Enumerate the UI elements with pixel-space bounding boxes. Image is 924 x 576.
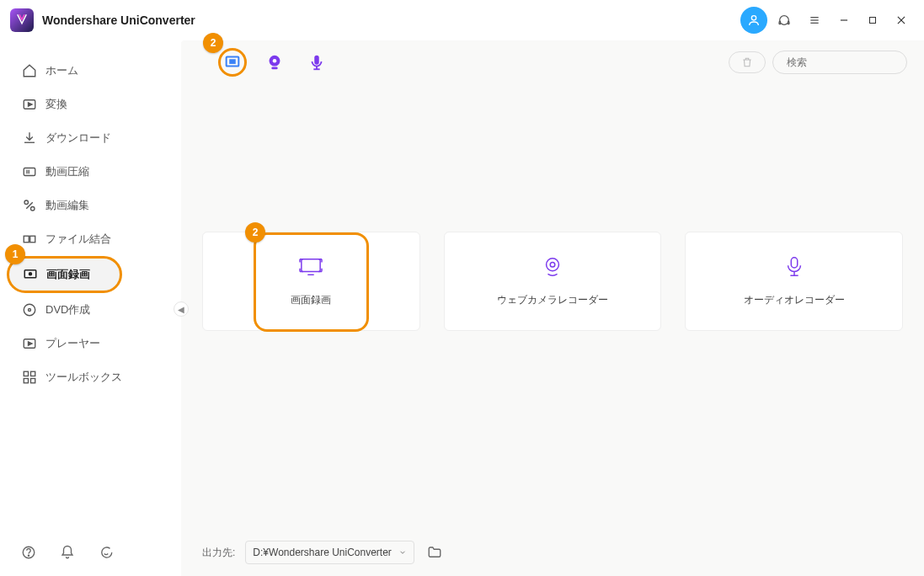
sidebar-item-merge[interactable]: ファイル結合 bbox=[0, 222, 181, 256]
sidebar-item-label: 動画編集 bbox=[45, 198, 89, 213]
sidebar-item-label: ダウンロード bbox=[45, 131, 111, 146]
mode-screen-button[interactable] bbox=[218, 48, 247, 77]
app-title: Wondershare UniConverter bbox=[42, 13, 195, 27]
svg-rect-43 bbox=[791, 257, 797, 267]
svg-point-1 bbox=[780, 16, 789, 25]
annotation-badge-2-card: 2 bbox=[245, 222, 265, 243]
open-folder-button[interactable] bbox=[423, 541, 446, 564]
sidebar-item-convert[interactable]: 変換 bbox=[0, 88, 181, 121]
output-path-value: D:¥Wondershare UniConverter bbox=[253, 547, 392, 558]
svg-rect-33 bbox=[271, 67, 277, 70]
webcam-icon bbox=[539, 256, 566, 278]
svg-rect-16 bbox=[30, 236, 35, 243]
svg-rect-26 bbox=[31, 379, 35, 383]
sidebar-item-edit[interactable]: 動画編集 bbox=[0, 189, 181, 222]
svg-rect-24 bbox=[31, 371, 35, 376]
svg-point-41 bbox=[547, 258, 559, 270]
main-panel: ◀ 2 bbox=[181, 40, 924, 576]
search-box[interactable] bbox=[772, 51, 907, 74]
sidebar-item-label: ツールボックス bbox=[45, 370, 122, 385]
sidebar-item-toolbox[interactable]: ツールボックス bbox=[0, 360, 181, 394]
annotation-badge-2-toolbar: 2 bbox=[203, 33, 223, 53]
card-screen-record[interactable]: 2 画面録画 bbox=[202, 232, 420, 331]
mode-webcam-button[interactable] bbox=[260, 48, 289, 77]
sidebar-footer bbox=[0, 529, 181, 576]
support-button[interactable] bbox=[771, 7, 798, 34]
annotation-badge-1: 1 bbox=[5, 244, 25, 264]
sidebar-item-label: 動画圧縮 bbox=[45, 164, 89, 179]
svg-marker-22 bbox=[29, 342, 33, 346]
sidebar-item-label: プレーヤー bbox=[45, 336, 100, 351]
svg-point-13 bbox=[31, 207, 35, 211]
sidebar-item-player[interactable]: プレーヤー bbox=[0, 327, 181, 360]
svg-point-18 bbox=[29, 273, 32, 275]
toolbar: 2 bbox=[181, 40, 924, 84]
card-label: オーディオレコーダー bbox=[744, 293, 845, 307]
sidebar-item-home[interactable]: ホーム bbox=[0, 54, 181, 88]
svg-rect-15 bbox=[24, 236, 29, 243]
help-button[interactable] bbox=[17, 541, 40, 564]
notifications-button[interactable] bbox=[56, 541, 79, 564]
output-footer: 出力先: D:¥Wondershare UniConverter bbox=[181, 541, 924, 564]
user-account-button[interactable] bbox=[740, 7, 767, 34]
svg-point-12 bbox=[24, 200, 29, 205]
sidebar-item-label: DVD作成 bbox=[45, 302, 90, 317]
app-logo bbox=[10, 8, 34, 32]
svg-point-0 bbox=[751, 16, 756, 20]
svg-marker-10 bbox=[29, 103, 33, 107]
svg-rect-6 bbox=[870, 18, 876, 24]
sidebar-item-label: 変換 bbox=[45, 97, 67, 112]
svg-rect-34 bbox=[314, 56, 319, 65]
sidebar-item-label: ホーム bbox=[45, 63, 78, 78]
search-input[interactable] bbox=[787, 56, 913, 68]
sidebar-item-label: ファイル結合 bbox=[45, 232, 111, 247]
svg-point-32 bbox=[273, 59, 277, 63]
maximize-button[interactable] bbox=[860, 8, 885, 33]
card-label: ウェブカメラレコーダー bbox=[497, 293, 608, 307]
delete-button[interactable] bbox=[729, 51, 766, 73]
output-label: 出力先: bbox=[202, 546, 235, 560]
highlight-ring bbox=[254, 232, 369, 332]
collapse-sidebar-button[interactable]: ◀ bbox=[174, 301, 189, 317]
sidebar-item-label: 画面録画 bbox=[46, 267, 90, 282]
sidebar-item-download[interactable]: ダウンロード bbox=[0, 121, 181, 155]
svg-rect-30 bbox=[230, 60, 235, 63]
sidebar-item-screen-record[interactable]: 画面録画 bbox=[7, 256, 122, 293]
close-button[interactable] bbox=[889, 8, 914, 33]
microphone-icon bbox=[781, 256, 808, 278]
output-path-select[interactable]: D:¥Wondershare UniConverter bbox=[245, 541, 414, 564]
svg-rect-23 bbox=[24, 371, 28, 376]
mode-audio-button[interactable] bbox=[302, 48, 331, 77]
svg-rect-11 bbox=[24, 168, 35, 176]
menu-button[interactable] bbox=[801, 7, 828, 34]
recorder-cards: 2 画面録画 ウェブカメラレコーダー オーディオレコーダー bbox=[181, 232, 924, 331]
svg-point-28 bbox=[28, 555, 29, 556]
svg-point-19 bbox=[24, 304, 35, 316]
svg-point-20 bbox=[29, 309, 31, 312]
card-audio-record[interactable]: オーディオレコーダー bbox=[685, 232, 903, 331]
title-bar: Wondershare UniConverter bbox=[0, 0, 924, 40]
feedback-button[interactable] bbox=[94, 541, 118, 564]
sidebar-item-dvd[interactable]: DVD作成 bbox=[0, 293, 181, 327]
svg-rect-25 bbox=[24, 379, 28, 383]
svg-point-42 bbox=[550, 262, 555, 267]
sidebar: ホーム 変換 ダウンロード 動画圧縮 動画編集 ファイル結合 bbox=[0, 40, 181, 576]
card-webcam-record[interactable]: ウェブカメラレコーダー bbox=[444, 232, 662, 331]
minimize-button[interactable] bbox=[831, 8, 857, 33]
sidebar-item-compress[interactable]: 動画圧縮 bbox=[0, 155, 181, 189]
chevron-down-icon bbox=[398, 548, 407, 557]
